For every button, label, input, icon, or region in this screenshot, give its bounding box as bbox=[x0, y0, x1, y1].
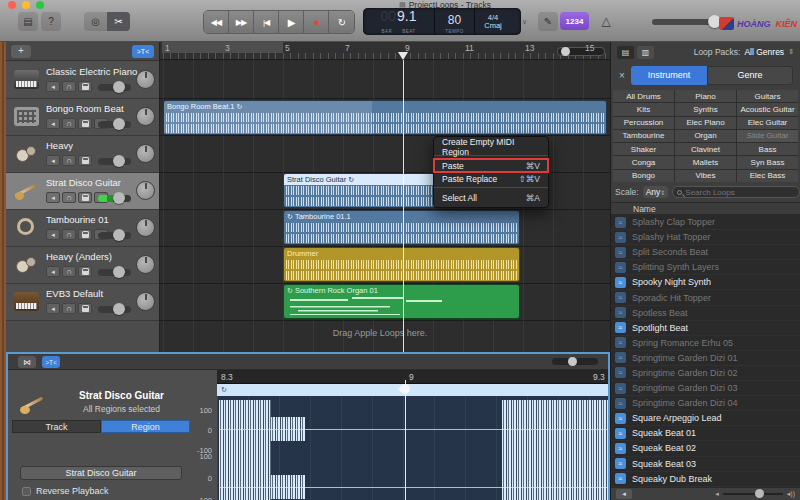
region[interactable]: ↻ Drummer bbox=[283, 247, 520, 282]
instrument-filter-button[interactable]: Elec Bass bbox=[737, 170, 798, 182]
loop-list-item[interactable]: ≈ Spotlight Beat bbox=[611, 321, 800, 336]
track-row[interactable]: Strat Disco Guitar bbox=[6, 173, 159, 210]
track-volume-slider[interactable] bbox=[98, 195, 131, 202]
mute-button[interactable] bbox=[46, 118, 60, 129]
track-row[interactable]: Tambourine 01 bbox=[6, 210, 159, 247]
loop-list-item[interactable]: ≈ Square Arpeggio Lead bbox=[611, 411, 800, 426]
pan-knob[interactable] bbox=[136, 70, 155, 89]
add-track-button[interactable]: + bbox=[11, 45, 31, 58]
solo-button[interactable] bbox=[62, 155, 76, 166]
editor-ruler[interactable]: 8.399.3 bbox=[217, 370, 610, 384]
track-row[interactable]: Heavy bbox=[6, 136, 159, 173]
loop-list-item[interactable]: ≈ Springtime Garden Dizi 03 bbox=[611, 381, 800, 396]
reverse-playback-checkbox[interactable] bbox=[22, 487, 31, 496]
lcd-chevron-icon[interactable]: ∨ bbox=[522, 18, 527, 26]
track-volume-slider[interactable] bbox=[98, 84, 131, 91]
lock-button[interactable] bbox=[78, 118, 92, 129]
lcd-display[interactable]: 00 9.1 BARBEAT 80 TEMPO 4/4Cmaj bbox=[363, 8, 521, 35]
lock-button[interactable] bbox=[78, 192, 92, 203]
timeline-zoom-slider[interactable] bbox=[558, 48, 604, 55]
loop-list-item[interactable]: ≈ Split Seconds Beat bbox=[611, 245, 800, 260]
pan-knob[interactable] bbox=[136, 255, 155, 274]
instrument-filter-button[interactable]: Acoustic Guitar bbox=[737, 103, 798, 115]
context-menu-item[interactable]: Select All ⌘A bbox=[434, 191, 548, 204]
solo-button[interactable] bbox=[62, 118, 76, 129]
zoom-window-button[interactable] bbox=[36, 1, 44, 9]
pan-knob[interactable] bbox=[136, 181, 155, 200]
beat-ruler[interactable]: 13579111315 bbox=[160, 42, 610, 60]
record-button[interactable]: ● bbox=[304, 11, 329, 33]
loop-list-item[interactable]: ≈ Springtime Garden Dizi 01 bbox=[611, 351, 800, 366]
loop-list-item[interactable]: ≈ Splashy Hat Topper bbox=[611, 230, 800, 245]
lock-button[interactable] bbox=[78, 81, 92, 92]
track-row[interactable]: Bongo Room Beat bbox=[6, 99, 159, 136]
tab-genre[interactable]: Genre bbox=[707, 66, 793, 85]
solo-button[interactable] bbox=[62, 266, 76, 277]
metronome-button[interactable]: △ bbox=[596, 11, 616, 31]
instrument-filter-button[interactable]: Guitars bbox=[737, 90, 798, 102]
mute-button[interactable] bbox=[46, 192, 60, 203]
instrument-filter-button[interactable]: All Drums bbox=[613, 90, 674, 102]
solo-button[interactable] bbox=[62, 192, 76, 203]
search-input[interactable] bbox=[685, 188, 795, 197]
mute-button[interactable] bbox=[46, 81, 60, 92]
context-menu-item[interactable] bbox=[434, 187, 548, 189]
smart-controls-button[interactable]: ◎ bbox=[84, 12, 107, 31]
lock-button[interactable] bbox=[78, 229, 92, 240]
count-in-button[interactable]: 1234 bbox=[560, 12, 589, 30]
instrument-filter-button[interactable]: Syn Bass bbox=[737, 156, 798, 168]
track-volume-slider[interactable] bbox=[98, 306, 131, 313]
track-row[interactable]: Classic Electric Piano bbox=[6, 62, 159, 99]
region[interactable]: ↻ Southern Rock Organ 01 bbox=[283, 284, 520, 319]
editor-filter-button[interactable]: >T< bbox=[42, 356, 60, 368]
search-box[interactable] bbox=[672, 186, 800, 198]
instrument-filter-button[interactable]: Tambourine bbox=[613, 130, 674, 142]
instrument-filter-button[interactable]: Bongo bbox=[613, 170, 674, 182]
mute-button[interactable] bbox=[46, 303, 60, 314]
loop-list-item[interactable]: ≈ Spotless Beat bbox=[611, 306, 800, 321]
cycle-range[interactable] bbox=[162, 42, 283, 53]
lock-button[interactable] bbox=[78, 155, 92, 166]
close-window-button[interactable] bbox=[8, 1, 16, 9]
instrument-filter-button[interactable]: Conga bbox=[613, 156, 674, 168]
track-row[interactable]: EVB3 Default bbox=[6, 284, 159, 321]
lock-button[interactable] bbox=[78, 303, 92, 314]
master-volume-slider[interactable] bbox=[652, 19, 718, 25]
editor-tab[interactable]: Region bbox=[101, 420, 190, 433]
playhead-marker[interactable] bbox=[398, 52, 408, 60]
instrument-filter-button[interactable]: Mallets bbox=[675, 156, 736, 168]
track-volume-slider[interactable] bbox=[98, 121, 131, 128]
track-filter-button[interactable]: >T< bbox=[132, 45, 154, 58]
loop-packs-dropdown[interactable]: Loop Packs: All Genres ⇕ bbox=[694, 47, 794, 57]
library-button[interactable]: ▤ bbox=[18, 12, 38, 31]
instrument-filter-button[interactable]: Elec Piano bbox=[675, 117, 736, 129]
pan-knob[interactable] bbox=[136, 107, 155, 126]
loop-list-item[interactable]: ≈ Squeaky Dub Break bbox=[611, 472, 800, 487]
rewind-button[interactable]: ◀◀ bbox=[204, 11, 229, 33]
loop-list-item[interactable]: ≈ Sporadic Hit Topper bbox=[611, 290, 800, 305]
flex-time-button[interactable]: ⋈ bbox=[18, 356, 36, 368]
instrument-filter-button[interactable]: Vibes bbox=[675, 170, 736, 182]
tab-instrument[interactable]: Instrument bbox=[631, 66, 707, 85]
close-filters-button[interactable]: × bbox=[613, 66, 631, 84]
waveform-editor[interactable]: 8.399.3 ↻ bbox=[217, 370, 610, 500]
context-menu-item[interactable]: Create Empty MIDI Region bbox=[434, 140, 548, 153]
pan-knob[interactable] bbox=[136, 144, 155, 163]
cycle-button[interactable]: ↻ bbox=[329, 11, 354, 33]
solo-button[interactable] bbox=[62, 229, 76, 240]
editor-zoom-slider[interactable] bbox=[552, 358, 598, 365]
loop-list-item[interactable]: ≈ Splitting Synth Layers bbox=[611, 260, 800, 275]
loop-list-item[interactable]: ≈ Splashy Clap Topper bbox=[611, 215, 800, 230]
instrument-filter-button[interactable]: Shaker bbox=[613, 143, 674, 155]
tuner-button[interactable]: ✎ bbox=[538, 12, 558, 31]
loop-list-item[interactable]: ≈ Squeak Beat 02 bbox=[611, 441, 800, 456]
go-to-beginning-button[interactable]: |◀ bbox=[254, 11, 279, 33]
loop-list-name-header[interactable]: Name bbox=[611, 202, 800, 215]
loop-list-item[interactable]: ≈ Squeak Beat 01 bbox=[611, 426, 800, 441]
track-volume-slider[interactable] bbox=[98, 232, 131, 239]
loop-list-item[interactable]: ≈ Springtime Garden Dizi 02 bbox=[611, 366, 800, 381]
loop-list-item[interactable]: ≈ Spring Romance Erhu 05 bbox=[611, 336, 800, 351]
column-view-toggle[interactable]: ▥ bbox=[637, 46, 654, 59]
instrument-filter-button[interactable]: Elec Guitar bbox=[737, 117, 798, 129]
pan-knob[interactable] bbox=[136, 218, 155, 237]
